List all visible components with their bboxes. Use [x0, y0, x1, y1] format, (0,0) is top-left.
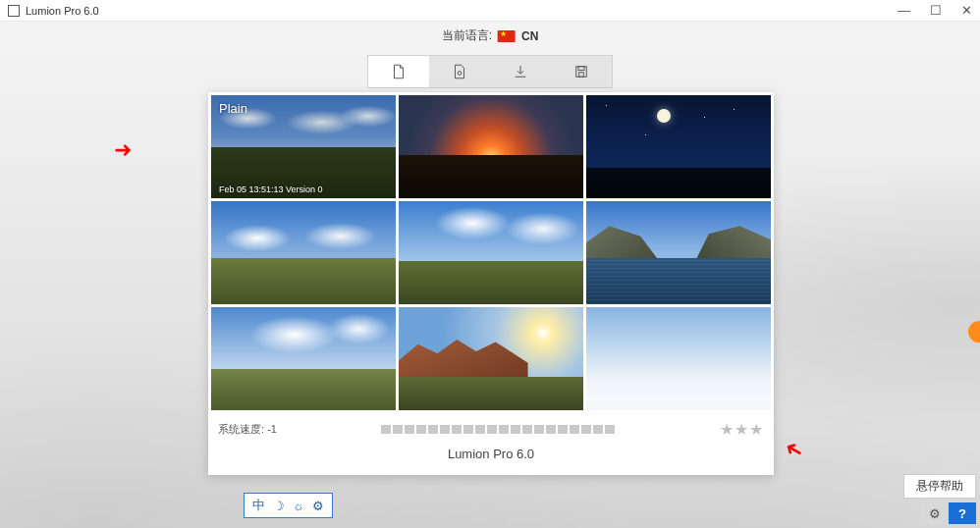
- window-title: Lumion Pro 6.0: [26, 5, 99, 17]
- card-footer: 系统速度: -1 ★★★: [208, 410, 774, 439]
- tab-open[interactable]: [429, 56, 490, 87]
- theme-settings-button[interactable]: ⚙: [312, 499, 324, 513]
- product-name: Lumion Pro 6.0: [208, 447, 774, 461]
- scene-thumb-grass-clouds[interactable]: [399, 201, 583, 304]
- tab-strip: [367, 55, 613, 88]
- scene-thumb-big-cloud[interactable]: [211, 307, 396, 410]
- bottom-right-controls: ⚙ ?: [921, 502, 976, 524]
- app-icon: [8, 5, 20, 17]
- help-button[interactable]: ?: [949, 502, 976, 524]
- language-indicator[interactable]: 当前语言: CN: [442, 27, 539, 44]
- svg-point-0: [458, 72, 462, 76]
- language-code: CN: [521, 29, 538, 43]
- scene-thumb-empty[interactable]: [586, 307, 771, 410]
- scene-thumb-canyon[interactable]: [399, 307, 583, 410]
- moon-icon: [657, 109, 671, 123]
- scene-grid: Plain Feb 05 13:51:13 Version 0: [208, 92, 774, 410]
- theme-day-button[interactable]: ☼: [293, 499, 304, 513]
- tab-save[interactable]: [551, 56, 612, 87]
- scene-picker-card: Plain Feb 05 13:51:13 Version 0: [208, 92, 774, 475]
- theme-night-button[interactable]: ☽: [273, 499, 285, 513]
- hover-help-tooltip: 悬停帮助: [903, 474, 976, 499]
- rating-stars: ★★★: [720, 420, 764, 439]
- theme-lang-button[interactable]: 中: [252, 497, 265, 514]
- flag-cn-icon: [498, 30, 516, 42]
- language-label: 当前语言:: [442, 27, 492, 44]
- settings-button[interactable]: ⚙: [921, 502, 949, 524]
- window-controls: — ☐ ✕: [898, 4, 972, 17]
- scene-thumb-plain[interactable]: Plain Feb 05 13:51:13 Version 0: [211, 95, 396, 198]
- new-doc-icon: [390, 63, 408, 80]
- scene-meta: Feb 05 13:51:13 Version 0: [219, 185, 323, 194]
- theme-toolbar: 中 ☽ ☼ ⚙: [244, 493, 333, 518]
- maximize-button[interactable]: ☐: [930, 4, 942, 17]
- download-icon: [512, 63, 529, 80]
- scene-thumb-night[interactable]: [586, 95, 771, 198]
- scene-label: Plain: [219, 101, 247, 116]
- annotation-arrow-left: ➜: [114, 137, 132, 163]
- svg-rect-1: [576, 67, 587, 78]
- open-doc-icon: [451, 63, 468, 80]
- tab-import[interactable]: [490, 56, 551, 87]
- close-button[interactable]: ✕: [961, 4, 972, 17]
- scene-thumb-grass-clear[interactable]: [211, 201, 396, 304]
- title-bar: Lumion Pro 6.0 — ☐ ✕: [0, 0, 980, 22]
- speed-meter: [381, 425, 615, 434]
- system-speed-label: 系统速度: -1: [218, 422, 277, 437]
- svg-rect-3: [579, 73, 584, 78]
- scene-thumb-sunset[interactable]: [399, 95, 583, 198]
- save-icon: [572, 63, 590, 80]
- scene-thumb-lake-mountains[interactable]: [586, 201, 771, 304]
- svg-rect-2: [578, 67, 584, 71]
- tab-new[interactable]: [368, 56, 429, 87]
- minimize-button[interactable]: —: [898, 4, 910, 17]
